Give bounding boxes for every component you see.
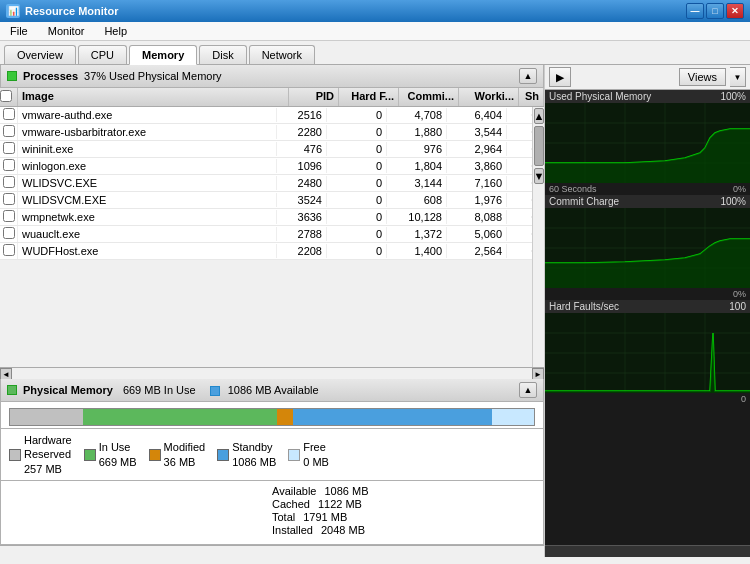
left-panel: Processes 37% Used Physical Memory ▲ Ima…	[0, 65, 545, 557]
chart-commit-svg	[545, 208, 750, 288]
chart-commit-body	[545, 208, 750, 288]
chart-seconds-label: 60 Seconds	[549, 184, 597, 194]
menu-file[interactable]: File	[4, 24, 34, 38]
table-row[interactable]: WLIDSVCM.EXE 3524 0 608 1,976	[0, 192, 532, 209]
right-nav-button[interactable]: ▶	[549, 67, 571, 87]
menu-monitor[interactable]: Monitor	[42, 24, 91, 38]
cell-working: 1,976	[447, 193, 507, 207]
processes-header: Processes 37% Used Physical Memory ▲	[0, 65, 544, 88]
cell-hard: 0	[327, 108, 387, 122]
mem-val-total: 1791 MB	[303, 511, 347, 523]
cell-hard: 0	[327, 176, 387, 190]
row-checkbox[interactable]	[0, 226, 18, 242]
table-row[interactable]: WUDFHost.exe 2208 0 1,400 2,564	[0, 243, 532, 260]
table-row[interactable]: wmpnetwk.exe 3636 0 10,128 8,088	[0, 209, 532, 226]
col-header-working[interactable]: Worki...	[459, 88, 519, 106]
cell-commit: 4,708	[387, 108, 447, 122]
tab-disk[interactable]: Disk	[199, 45, 246, 64]
cell-working: 6,404	[447, 108, 507, 122]
views-dropdown-button[interactable]: ▼	[730, 67, 746, 87]
cell-sh	[507, 199, 532, 201]
mem-row-available: Available 1086 MB	[272, 485, 535, 497]
chart-bottom-pct-1: 0%	[733, 184, 746, 194]
row-checkbox[interactable]	[0, 141, 18, 157]
cell-sh	[507, 233, 532, 235]
legend-inuse: In Use669 MB	[84, 433, 137, 476]
app-icon: 📊	[6, 4, 20, 18]
table-row[interactable]: vmware-authd.exe 2516 0 4,708 6,404	[0, 107, 532, 124]
chart-commit-charge: Commit Charge 100%	[545, 195, 750, 300]
maximize-button[interactable]: □	[706, 3, 724, 19]
cell-image: WLIDSVC.EXE	[18, 176, 277, 190]
cell-pid: 476	[277, 142, 327, 156]
window-title: Resource Monitor	[25, 5, 119, 17]
legend-standby-label: Standby1086 MB	[232, 440, 276, 469]
close-button[interactable]: ✕	[726, 3, 744, 19]
cell-image: winlogon.exe	[18, 159, 277, 173]
cell-hard: 0	[327, 159, 387, 173]
cell-sh	[507, 182, 532, 184]
physical-memory-section: Physical Memory 669 MB In Use 1086 MB Av…	[0, 379, 544, 545]
chart-used-physical-body	[545, 103, 750, 183]
col-header-image[interactable]: Image	[18, 88, 289, 106]
cell-working: 8,088	[447, 210, 507, 224]
cell-hard: 0	[327, 125, 387, 139]
right-panel-scrollbar[interactable]	[545, 545, 750, 557]
memory-info-left	[9, 485, 272, 536]
table-row[interactable]: wininit.exe 476 0 976 2,964	[0, 141, 532, 158]
processes-hscrollbar[interactable]: ◄ ►	[0, 367, 544, 379]
table-row[interactable]: WLIDSVC.EXE 2480 0 3,144 7,160	[0, 175, 532, 192]
cell-hard: 0	[327, 193, 387, 207]
cell-hard: 0	[327, 142, 387, 156]
memory-bar-wrapper	[0, 402, 544, 429]
row-checkbox[interactable]	[0, 124, 18, 140]
chart-commit-label: Commit Charge	[549, 196, 619, 207]
cell-image: WLIDSVCM.EXE	[18, 193, 277, 207]
cell-pid: 3636	[277, 210, 327, 224]
col-header-sh[interactable]: Sh	[519, 88, 544, 106]
col-header-pid[interactable]: PID	[289, 88, 339, 106]
tab-overview[interactable]: Overview	[4, 45, 76, 64]
chart-hard-faults-body	[545, 313, 750, 393]
col-header-hard[interactable]: Hard F...	[339, 88, 399, 106]
chart-used-physical-pct: 100%	[720, 91, 746, 102]
minimize-button[interactable]: —	[686, 3, 704, 19]
row-checkbox[interactable]	[0, 175, 18, 191]
tab-network[interactable]: Network	[249, 45, 315, 64]
cell-pid: 2516	[277, 108, 327, 122]
processes-table-scroll: vmware-authd.exe 2516 0 4,708 6,404 vmwa…	[0, 107, 544, 367]
processes-title: Processes	[23, 70, 78, 82]
row-checkbox[interactable]	[0, 243, 18, 259]
table-row[interactable]: wuauclt.exe 2788 0 1,372 5,060	[0, 226, 532, 243]
mem-val-cached: 1122 MB	[318, 498, 362, 510]
mem-label-installed: Installed	[272, 524, 313, 536]
processes-table-header: Image PID Hard F... Commi... Worki... Sh	[0, 88, 544, 107]
processes-scrollbar[interactable]: ▲ ▼	[532, 107, 544, 367]
select-all-checkbox[interactable]	[0, 90, 12, 102]
tab-bar: Overview CPU Memory Disk Network	[0, 41, 750, 65]
chart-bottom-pct-2: 0%	[733, 289, 746, 299]
memory-collapse-button[interactable]: ▲	[519, 382, 537, 398]
bar-hardware	[10, 409, 83, 425]
legend-free-box	[288, 449, 300, 461]
row-checkbox[interactable]	[0, 192, 18, 208]
memory-indicator-2	[210, 384, 222, 396]
tab-memory[interactable]: Memory	[129, 45, 197, 65]
chart-commit-pct: 100%	[720, 196, 746, 207]
cell-hard: 0	[327, 227, 387, 241]
col-header-commit[interactable]: Commi...	[399, 88, 459, 106]
right-toolbar: ▶ Views ▼	[545, 65, 750, 90]
chart-hard-faults-footer: 0	[545, 393, 750, 405]
row-checkbox[interactable]	[0, 209, 18, 225]
tab-cpu[interactable]: CPU	[78, 45, 127, 64]
left-panel-vscrollbar[interactable]	[0, 545, 544, 557]
row-checkbox[interactable]	[0, 107, 18, 123]
bar-standby	[293, 409, 492, 425]
table-row[interactable]: vmware-usbarbitrator.exe 2280 0 1,880 3,…	[0, 124, 532, 141]
views-button[interactable]: Views	[679, 68, 726, 86]
processes-collapse-button[interactable]: ▲	[519, 68, 537, 84]
table-row[interactable]: winlogon.exe 1096 0 1,804 3,860	[0, 158, 532, 175]
menu-help[interactable]: Help	[98, 24, 133, 38]
cell-image: wmpnetwk.exe	[18, 210, 277, 224]
row-checkbox[interactable]	[0, 158, 18, 174]
